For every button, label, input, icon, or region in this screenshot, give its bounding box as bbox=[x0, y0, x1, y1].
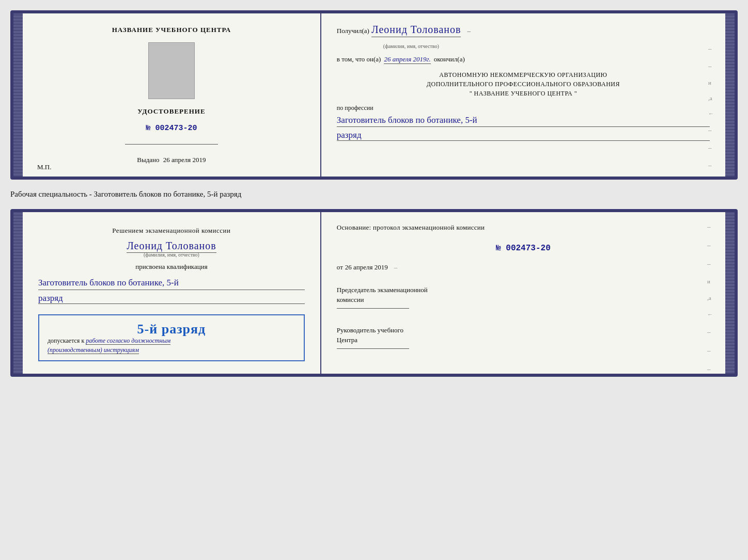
bottom-document: Решением экзаменационной комиссии Леонид… bbox=[10, 209, 738, 377]
rukovoditel-line2: Центра bbox=[337, 335, 710, 345]
bottom-left-spine bbox=[13, 212, 23, 374]
bottom-doc-right: Основание: протокол экзаменационной коми… bbox=[321, 212, 725, 374]
bottom-razryad: разряд bbox=[38, 293, 305, 304]
bottom-name: Леонид Толованов bbox=[127, 240, 216, 253]
vtom-line: в том, что он(а) 26 апреля 2019г. окончи… bbox=[337, 55, 710, 64]
photo-placeholder bbox=[148, 42, 195, 99]
org-line2: ДОПОЛНИТЕЛЬНОГО ПРОФЕССИОНАЛЬНОГО ОБРАЗО… bbox=[337, 79, 710, 89]
bottom-profession-block: Заготовитель блоков по ботанике, 5-й раз… bbox=[38, 276, 305, 304]
bottom-doc-left: Решением экзаменационной комиссии Леонид… bbox=[23, 212, 321, 374]
ot-line: от 26 апреля 2019 – bbox=[337, 263, 710, 271]
vtom-suffix: окончил(а) bbox=[434, 55, 465, 63]
org-line1: АВТОНОМНУЮ НЕКОММЕРЧЕСКУЮ ОРГАНИЗАЦИЮ bbox=[337, 70, 710, 79]
resheniem-text: Решением экзаменационной комиссии bbox=[112, 227, 230, 235]
rukovoditel-block: Руководитель учебного Центра bbox=[337, 325, 710, 352]
instruktsiyam-text: (производственным) инструкциям bbox=[48, 346, 139, 354]
protocol-number: № 002473-20 bbox=[337, 244, 710, 253]
side-marks: – – и ,а ← – – – – bbox=[708, 44, 714, 180]
ot-date: 26 апреля 2019 bbox=[345, 263, 388, 271]
rukovoditel-line1: Руководитель учебного bbox=[337, 325, 710, 335]
protocol-prefix: № bbox=[496, 244, 501, 253]
vydano-label: Выдано bbox=[137, 156, 159, 164]
osnovanie-block: Основание: протокол экзаменационной коми… bbox=[337, 222, 710, 233]
center-title: НАЗВАНИЕ УЧЕБНОГО ЦЕНТРА bbox=[112, 26, 231, 34]
number-value: 002473-20 bbox=[155, 124, 197, 133]
left-spine bbox=[13, 13, 23, 177]
protocol-number-value: 002473-20 bbox=[506, 244, 550, 253]
name-block: Леонид Толованов (фамилия, имя, отчество… bbox=[127, 240, 216, 258]
razryad-value: разряд bbox=[337, 130, 710, 141]
rabote-text: работе согласно должностным bbox=[86, 337, 170, 345]
po-professii: по профессии bbox=[337, 104, 373, 111]
vtom-date: 26 апреля 2019г. bbox=[384, 55, 430, 64]
bottom-right-spine bbox=[725, 212, 735, 374]
rukovoditel-sign-line bbox=[337, 348, 409, 349]
predsedatel-line2: комиссии bbox=[337, 295, 710, 305]
profession-block: по профессии Заготовитель блоков по бота… bbox=[337, 104, 710, 141]
ot-prefix: от bbox=[337, 263, 343, 271]
mp-label: М.П. bbox=[37, 163, 51, 171]
poluchil-line: Получил(а) Леонид Толованов – bbox=[337, 24, 710, 37]
poluchil-prefix: Получил(а) bbox=[337, 27, 369, 35]
recipient-name: Леонид Толованов bbox=[371, 24, 461, 37]
vydano-date: 26 апреля 2019 bbox=[163, 156, 206, 164]
profession-value: Заготовитель блоков по ботанике, 5-й bbox=[337, 114, 710, 127]
stamp-text: 5-й разряд bbox=[48, 322, 295, 337]
vtom-prefix: в том, что он(а) bbox=[337, 55, 381, 63]
dopuskaetsya-text: допускается к работе согласно должностны… bbox=[48, 337, 295, 345]
top-doc-left: НАЗВАНИЕ УЧЕБНОГО ЦЕНТРА УДОСТОВЕРЕНИЕ №… bbox=[23, 13, 321, 177]
vydano-line: Выдано 26 апреля 2019 bbox=[137, 156, 206, 164]
prisvoyena-text: присвоена квалификация bbox=[135, 263, 207, 271]
number-prefix: № bbox=[146, 124, 150, 133]
stamp-box: 5-й разряд допускается к работе согласно… bbox=[38, 314, 305, 361]
page-wrapper: НАЗВАНИЕ УЧЕБНОГО ЦЕНТРА УДОСТОВЕРЕНИЕ №… bbox=[10, 10, 738, 377]
org-line3: " НАЗВАНИЕ УЧЕБНОГО ЦЕНТРА " bbox=[337, 89, 710, 98]
line-separator-1 bbox=[125, 144, 218, 145]
udostoverenie-title: УДОСТОВЕРЕНИЕ bbox=[137, 107, 205, 116]
right-spine bbox=[725, 13, 735, 177]
name-subtitle-top: (фамилия, имя, отчество) bbox=[383, 43, 710, 49]
predsedatel-block: Председатель экзаменационной комиссии bbox=[337, 285, 710, 312]
right-decoration: – – – и ,а ← – – – – – bbox=[707, 222, 713, 377]
specialty-label: Рабочая специальность - Заготовитель бло… bbox=[10, 188, 738, 201]
qualification-value: Заготовитель блоков по ботанике, 5-й bbox=[38, 276, 305, 290]
udostoverenie-number: № 002473-20 bbox=[146, 124, 197, 133]
top-doc-right: Получил(а) Леонид Толованов – (фамилия, … bbox=[321, 13, 725, 177]
top-document: НАЗВАНИЕ УЧЕБНОГО ЦЕНТРА УДОСТОВЕРЕНИЕ №… bbox=[10, 10, 738, 180]
org-block: АВТОНОМНУЮ НЕКОММЕРЧЕСКУЮ ОРГАНИЗАЦИЮ ДО… bbox=[337, 70, 710, 98]
predsedatel-line1: Председатель экзаменационной bbox=[337, 285, 710, 295]
predsedatel-sign-line bbox=[337, 308, 409, 309]
dopuskaetsya-prefix: допускается к bbox=[48, 337, 84, 344]
